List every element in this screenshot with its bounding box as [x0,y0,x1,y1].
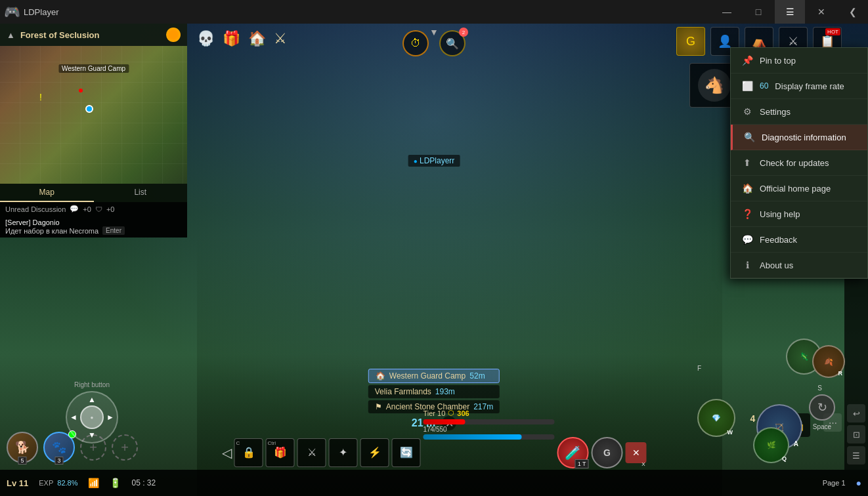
potion-button[interactable]: 🧪 1 T [557,437,589,468]
arrow-up-icon: ▲ [88,395,96,404]
action-skill-4[interactable]: ⚡ [360,438,389,467]
discussion-value: +0 [83,205,91,213]
app-logo: 🎮 [0,0,24,24]
sun-icon [166,28,181,42]
menu-icon-using-help: ❓ [741,208,753,220]
space-label: Space [813,423,831,430]
left-panel: ▲ Forest of Seclusion Western Guard Camp… [0,24,187,238]
menu-item-about-us[interactable]: ℹAbout us [731,253,867,278]
close-button[interactable]: ✕ [806,0,836,24]
window-controls: — □ ☰ ✕ ❮ [712,0,868,24]
char-portrait-1[interactable]: 🐕 5 [7,432,38,463]
g-button[interactable]: G [592,437,623,468]
panel-btn-4[interactable]: ⊡ [847,425,865,444]
panel-btn-3[interactable]: ↩ [847,404,865,423]
menu-label-settings: Settings [760,107,791,117]
menu-icon-settings: ⚙ [741,106,753,117]
chat-icon: 💬 [70,205,79,213]
enter-label[interactable]: Enter [102,226,125,235]
arrow-left-icon: ◄ [70,413,77,422]
skill-q-button[interactable]: 🌿 Q [753,427,789,463]
c-icon-container: 🔒 C [234,438,263,467]
arrow-left-btn[interactable]: ◁ [222,445,232,461]
panel-btn-5[interactable]: ☰ [847,446,865,465]
x-icon[interactable]: ✕ X [626,442,647,463]
shield-value: +0 [106,205,115,213]
expand-icon[interactable]: ▲ [7,30,15,40]
skill-s-label: S [817,384,822,392]
menu-item-using-help[interactable]: ❓Using help [731,201,867,227]
menu-icon-diagnostic-information: 🔍 [743,131,755,143]
hp-bar-container [423,419,555,424]
resource-bars: Tier 10 ⬡ 306 174/550 [423,409,555,441]
waypoint-name-2: Velia Farmlands [375,387,431,396]
joystick-label: Right button [66,381,118,388]
menu-item-diagnostic-information[interactable]: 🔍Diagnostic information [731,125,867,150]
menu-item-official-home-page[interactable]: 🏠Official home page [731,176,867,201]
map-canvas: Western Guard Camp ! [0,46,187,184]
icon-helmet[interactable]: ⚔ [274,30,287,47]
wifi-icon: 📶 [88,478,99,488]
hp-bar [423,419,466,424]
minimize-button[interactable]: — [712,0,742,24]
skill-r-button[interactable]: 🍂 R [812,345,845,378]
mp-bar-container [423,434,555,440]
gold-icon[interactable]: G HOT [676,27,705,56]
server-message: Идет набор в клан Necroma [5,227,98,235]
time-display: 05 : 32 [131,478,156,487]
shield-icon: 🛡 [95,205,102,213]
player-name: LDPlayerr [420,156,454,165]
gold-value: 306 [457,409,469,417]
action-skill-5[interactable]: 🔄 [392,438,421,467]
exp-value: 82.8% [57,479,77,487]
menu-label-feedback: Feedback [760,235,797,245]
skill-e-icon: 🦎 [800,352,809,361]
skill-r-icon: 🍂 [824,358,833,366]
potion-container: 🧪 1 T [557,437,589,468]
gold-glyph: G [686,35,695,49]
joystick-base[interactable]: ▲ ● ▼ ◄ ► [66,391,118,444]
menu-icon-about-us: ℹ [741,259,753,271]
battery-icon: 🔋 [110,478,121,488]
action-skill-1[interactable]: 🎁 Ctrl [266,438,295,467]
menu-item-feedback[interactable]: 💬Feedback [731,227,867,253]
menu-item-display-frame-rate[interactable]: ⬜60 Display frame rate [731,73,867,99]
menu-item-pin-to-top[interactable]: 📌Pin to top [731,48,867,73]
char-level-1: 5 [18,457,26,465]
space-button[interactable]: ↻ [809,394,835,421]
map-header: ▲ Forest of Seclusion [0,24,187,46]
action-skill-3[interactable]: ✦ [329,438,358,467]
menu-label-using-help: Using help [760,209,800,219]
menu-label-display-frame-rate: Display frame rate [775,81,844,91]
action-c-key: C [236,440,240,446]
maximize-button[interactable]: □ [743,0,773,24]
menu-button[interactable]: ☰ [775,0,805,24]
joystick-knob[interactable]: ● [80,405,104,429]
exp-bar: EXP 82.8% [39,479,77,487]
waypoint-icon-1: 🏠 [376,371,385,381]
skill-w-icon: 💎 [712,414,721,423]
skill-a-key: A [794,440,798,447]
player-tag: ● LDPlayerr [408,155,460,167]
icon-skull[interactable]: 💀 [197,30,215,47]
back-button[interactable]: ❮ [838,0,868,24]
menu-item-settings[interactable]: ⚙Settings [731,99,867,125]
game-area: ▲ Forest of Seclusion Western Guard Camp… [0,24,868,496]
icon-home[interactable]: 🏠 [248,30,266,47]
exp-label: EXP [39,479,53,487]
skill-w-button[interactable]: 💎 W [697,399,735,437]
menu-item-check-for-updates[interactable]: ⬆Check for updates [731,150,867,176]
menu-icon-display-frame-rate: ⬜ [741,80,753,92]
dropdown-chevron[interactable]: ▼ [429,27,439,37]
action-c[interactable]: 🔒 C [234,438,263,467]
menu-label-diagnostic-information: Diagnostic information [762,133,846,142]
quest-icon[interactable]: ⏱ 2 [402,30,429,56]
waypoint-2: Velia Farmlands 193m [368,385,500,398]
waypoint-dist-2: 193m [435,387,455,396]
page-dot: ● [856,478,861,488]
icon-gift[interactable]: 🎁 [223,30,240,47]
map-tab[interactable]: Map [0,184,94,202]
arrow-right-icon: ► [106,413,114,422]
list-tab[interactable]: List [94,184,188,202]
action-skill-2[interactable]: ⚔ [297,438,326,467]
